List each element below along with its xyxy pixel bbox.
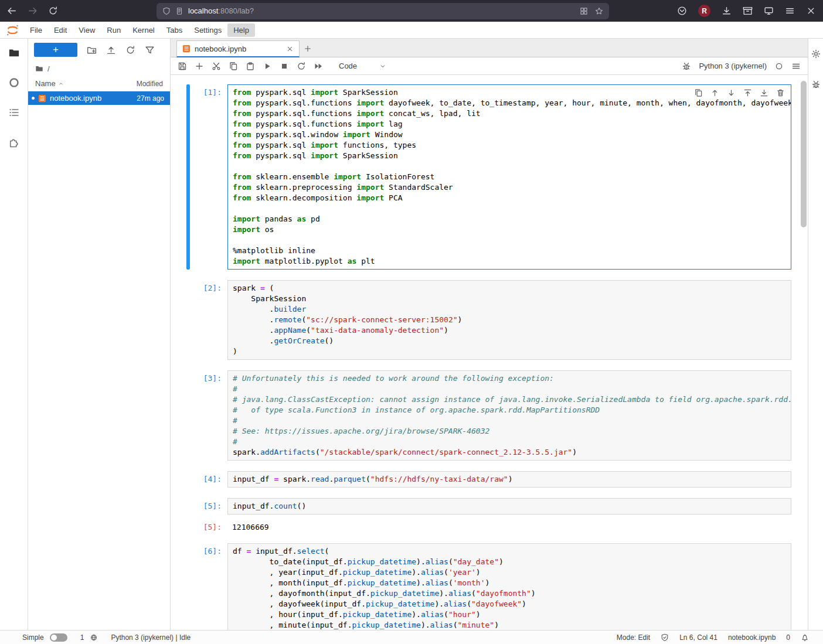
filter-icon[interactable]	[145, 45, 155, 55]
column-modified[interactable]: Modified	[137, 80, 163, 88]
refresh-icon[interactable]	[125, 45, 135, 55]
folder-icon[interactable]	[8, 47, 20, 59]
insert-below-icon[interactable]	[760, 88, 768, 97]
fast-forward-icon[interactable]	[314, 62, 323, 71]
toolbar-menu-icon[interactable]	[791, 62, 801, 71]
copy-icon[interactable]	[229, 62, 238, 71]
move-up-icon[interactable]	[710, 88, 719, 97]
code-line: from pyspark.sql.functions import lag	[233, 119, 791, 130]
gear-icon[interactable]	[811, 49, 821, 59]
cut-icon[interactable]	[212, 62, 221, 71]
trust-shield-icon	[661, 633, 669, 642]
grid-icon[interactable]	[580, 7, 588, 15]
save-icon[interactable]	[178, 62, 187, 71]
cursor-position[interactable]: Ln 6, Col 41	[679, 633, 717, 642]
cell-editor[interactable]: spark = ( SparkSession .builder .remote(…	[227, 280, 791, 360]
url-bar[interactable]: localhost:8080/lab?	[157, 3, 609, 19]
new-folder-icon[interactable]	[87, 45, 97, 55]
reload-icon[interactable]	[48, 6, 58, 16]
scrollbar-thumb[interactable]	[801, 81, 807, 227]
code-token: Window	[370, 130, 403, 139]
code-line: to_date(input_df.pickup_datetime).alias(…	[233, 557, 791, 567]
kernel-status-text[interactable]: Python 3 (ipykernel) | Idle	[111, 633, 191, 642]
cell-editor[interactable]: input_df = spark.read.parquet("hdfs://hd…	[227, 471, 791, 488]
tab-close-icon[interactable]	[286, 45, 294, 53]
bell-icon[interactable]	[801, 633, 809, 642]
paste-icon[interactable]	[246, 62, 255, 71]
menu-run[interactable]: Run	[101, 23, 127, 37]
breadcrumb-root[interactable]: /	[47, 64, 50, 73]
close-icon[interactable]	[806, 6, 816, 16]
move-down-icon[interactable]	[727, 88, 736, 97]
add-icon[interactable]	[195, 62, 204, 71]
run-icon[interactable]	[263, 62, 272, 71]
menu-tabs[interactable]: Tabs	[161, 23, 188, 37]
code-token: # Unfortunately this is needed to work a…	[233, 374, 554, 383]
cell-editor[interactable]: # Unfortunately this is needed to work a…	[227, 370, 791, 461]
tab-notebook[interactable]: notebook.ipynb	[176, 40, 300, 57]
code-token: )	[233, 347, 237, 356]
cell-editor[interactable]: df = input_df.select( to_date(input_df.p…	[227, 543, 791, 630]
notification-count[interactable]: 0	[786, 633, 790, 642]
shield-icon[interactable]	[162, 7, 171, 15]
stop-icon[interactable]	[280, 62, 289, 71]
restart-icon[interactable]	[297, 62, 306, 71]
add-tab-button[interactable]	[300, 40, 316, 57]
file-list-item[interactable]: notebook.ipynb 27m ago	[28, 91, 170, 105]
code-line: .builder	[233, 304, 791, 315]
file-list-header[interactable]: Name Modified	[28, 76, 170, 91]
upload-icon[interactable]	[106, 45, 116, 55]
debugger-icon[interactable]	[682, 62, 691, 71]
menu-file[interactable]: File	[24, 23, 48, 37]
cell-input-prompt: [2]:	[190, 280, 227, 360]
running-icon[interactable]	[8, 77, 20, 88]
toggle-knob	[51, 635, 57, 640]
kernel-sessions-icon[interactable]	[90, 633, 98, 642]
cell-type-dropdown[interactable]: Code	[339, 62, 386, 70]
kernel-status-icon[interactable]	[774, 62, 784, 71]
downloads-icon[interactable]	[722, 6, 732, 16]
profile-avatar[interactable]: R	[698, 5, 710, 17]
code-token: from	[233, 120, 251, 128]
code-token: .	[233, 315, 274, 324]
menu-help[interactable]: Help	[227, 23, 255, 37]
bug-icon[interactable]	[811, 80, 821, 89]
star-icon[interactable]	[595, 7, 603, 15]
code-token: sklearn.ensemble	[251, 172, 334, 181]
back-icon[interactable]	[7, 6, 17, 16]
toc-icon[interactable]	[8, 107, 20, 118]
menu-icon[interactable]	[785, 6, 795, 16]
page-icon[interactable]	[175, 7, 183, 15]
archive-icon[interactable]	[743, 6, 753, 16]
code-token: #	[233, 437, 237, 446]
menu-kernel[interactable]: Kernel	[127, 23, 161, 37]
pocket-icon[interactable]	[677, 6, 687, 16]
code-line: from sklearn.ensemble import IsolationFo…	[233, 172, 791, 182]
simple-mode-toggle[interactable]	[50, 633, 67, 642]
puzzle-icon[interactable]	[8, 137, 20, 148]
cell-editor[interactable]: from pyspark.sql import SparkSessionfrom…	[227, 84, 791, 270]
code-token: pickup_datetime	[348, 557, 416, 566]
delete-icon[interactable]	[776, 88, 785, 97]
cell-editor[interactable]: input_df.count()	[227, 498, 791, 514]
breadcrumb[interactable]: /	[28, 61, 170, 76]
menu-edit[interactable]: Edit	[48, 23, 73, 37]
new-launcher-button[interactable]: +	[34, 43, 77, 57]
url-action-icons	[580, 7, 603, 15]
kernel-name[interactable]: Python 3 (ipykernel)	[699, 62, 767, 70]
code-token: alias	[426, 578, 448, 587]
code-line: spark.addArtifacts("/stackable/spark/con…	[233, 447, 791, 458]
mode-indicator[interactable]: Mode: Edit	[617, 633, 650, 642]
menu-view[interactable]: View	[73, 23, 101, 37]
insert-above-icon[interactable]	[743, 88, 752, 97]
code-token: )	[572, 448, 577, 456]
kernel-count[interactable]: 1	[80, 633, 84, 642]
devices-icon[interactable]	[764, 6, 774, 16]
code-token: (	[444, 568, 448, 577]
code-token: StandardScaler	[384, 183, 453, 192]
menu-settings[interactable]: Settings	[188, 23, 227, 37]
code-token: from	[233, 193, 251, 202]
forward-icon[interactable]	[28, 6, 38, 16]
duplicate-icon[interactable]	[694, 88, 703, 97]
column-name[interactable]: Name	[35, 79, 56, 88]
